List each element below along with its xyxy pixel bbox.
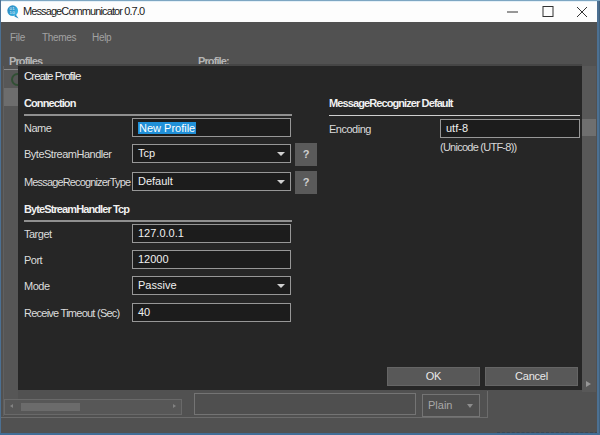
svg-text:10: 10 <box>10 10 16 15</box>
